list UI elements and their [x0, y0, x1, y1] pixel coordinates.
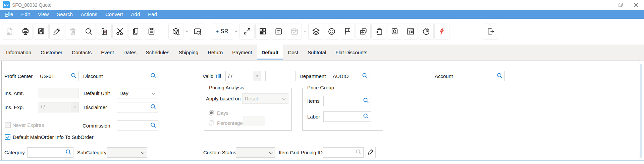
tab-payment[interactable]: Payment: [227, 45, 257, 60]
profit-center-field[interactable]: [38, 71, 79, 81]
menu-pad[interactable]: Pad: [144, 10, 161, 19]
valid-till-calendar-dropdown[interactable]: [253, 71, 261, 81]
discount-label: Discount: [83, 71, 103, 81]
default-unit-chevron-icon: [152, 90, 156, 96]
copy-zero-button[interactable]: 0: [97, 23, 112, 40]
tab-return[interactable]: Return: [203, 45, 227, 60]
commission-field[interactable]: [117, 120, 158, 131]
smiley-button[interactable]: [324, 23, 339, 40]
commission-search-icon[interactable]: [150, 122, 156, 130]
print-button[interactable]: [18, 23, 33, 40]
tab-flat-discounts[interactable]: Flat Discounts: [331, 45, 372, 60]
layout-grid-button[interactable]: [255, 23, 270, 40]
tab-shipping[interactable]: Shipping: [174, 45, 203, 60]
flag-button[interactable]: [340, 23, 355, 40]
price-history-button[interactable]: $: [419, 23, 434, 40]
pencil-icon: [367, 149, 374, 157]
tab-default[interactable]: Default: [257, 45, 283, 60]
sales-window-button[interactable]: $: [403, 23, 418, 40]
transfer-button[interactable]: [356, 23, 371, 40]
menu-view[interactable]: View: [34, 10, 53, 19]
tab-information[interactable]: Information: [1, 45, 36, 60]
tab-contacts[interactable]: Contacts: [67, 45, 96, 60]
window-search-button[interactable]: [190, 23, 205, 40]
horizontal-scrollbar[interactable]: [0, 160, 644, 161]
vertical-scrollbar[interactable]: [640, 64, 642, 158]
subcategory-chevron-icon: [141, 150, 145, 156]
menu-add[interactable]: Add: [127, 10, 144, 19]
expand-arrows-icon: [243, 27, 251, 35]
tab-subtotal[interactable]: Subtotal: [303, 45, 331, 60]
paste-button[interactable]: [144, 23, 159, 40]
labor-search-icon[interactable]: [363, 113, 369, 120]
tab-strip: Information Customer Contacts Event Date…: [0, 45, 644, 61]
menu-edit[interactable]: Edit: [17, 10, 34, 19]
ship-package-button[interactable]: [371, 23, 386, 40]
valid-till-time-field[interactable]: [265, 71, 296, 81]
menu-convert[interactable]: Convert: [101, 10, 127, 19]
tab-schedules[interactable]: Schedules: [141, 45, 174, 60]
add-sr-dropdown[interactable]: [234, 23, 239, 40]
notes-button[interactable]: [271, 23, 286, 40]
tab-cost[interactable]: Cost: [283, 45, 303, 60]
copy-button[interactable]: [128, 23, 143, 40]
save-icon: [37, 27, 45, 35]
expand-button[interactable]: [239, 23, 255, 40]
r2-app-icon: R2: [3, 1, 10, 8]
custom-status-label: Custom Status: [203, 147, 236, 158]
account-search-icon[interactable]: [497, 73, 503, 80]
item-search-button[interactable]: [168, 23, 183, 40]
minimize-button[interactable]: [597, 0, 613, 10]
menu-search[interactable]: Search: [53, 10, 77, 19]
department-field[interactable]: [331, 71, 370, 81]
item-grid-search-icon: [356, 149, 362, 156]
item-search-dropdown[interactable]: [184, 23, 189, 40]
item-grid-pricing-id-field[interactable]: [323, 147, 364, 158]
menu-file[interactable]: File: [1, 10, 17, 19]
account-field[interactable]: [459, 71, 505, 81]
close-button[interactable]: [628, 0, 644, 10]
default-unit-select[interactable]: Day: [117, 88, 158, 98]
exit-button[interactable]: [483, 23, 498, 40]
restore-button[interactable]: [613, 0, 628, 10]
disclaimer-search-icon[interactable]: [150, 104, 156, 111]
items-field[interactable]: [323, 96, 371, 106]
disclaimer-field[interactable]: [117, 102, 158, 112]
layers-button[interactable]: [308, 23, 323, 40]
valid-till-date-field[interactable]: / /: [225, 71, 261, 81]
window-title: SFO_00032 Quote: [12, 2, 52, 8]
edit-button[interactable]: [49, 23, 64, 40]
tab-dates[interactable]: Dates: [119, 45, 141, 60]
tab-customer[interactable]: Customer: [36, 45, 67, 60]
disclaimer-label: Disclaimer: [84, 102, 107, 112]
lightning-button[interactable]: [434, 23, 449, 40]
cut-button[interactable]: [112, 23, 127, 40]
default-mainorder-label: Default MainOrder Info To SubOrder: [13, 132, 94, 142]
never-expires-label: Never Expires: [12, 120, 44, 130]
add-sr-button[interactable]: + SR: [211, 23, 233, 40]
discount-search-icon[interactable]: [150, 73, 156, 80]
pricing-analysis-legend: Pricing Analysis: [207, 85, 246, 90]
category-field[interactable]: [27, 147, 73, 158]
item-grid-edit-button[interactable]: [366, 147, 376, 158]
default-mainorder-checkbox[interactable]: [5, 134, 10, 140]
ins-amt-field: [38, 88, 79, 98]
menu-actions[interactable]: Actions: [77, 10, 101, 19]
items-search-icon[interactable]: [363, 97, 369, 105]
discount-field[interactable]: [117, 71, 158, 81]
department-search-icon[interactable]: [362, 73, 368, 80]
subcategory-select[interactable]: [107, 147, 147, 158]
tab-event[interactable]: Event: [96, 45, 118, 60]
custom-status-select[interactable]: [236, 147, 275, 158]
letter-o-button[interactable]: [387, 23, 402, 40]
percentage-radio-label: Percentage: [217, 118, 243, 128]
category-search-icon[interactable]: [65, 149, 71, 156]
never-expires-checkbox: [5, 122, 11, 128]
print-icon: [21, 27, 30, 36]
search-button[interactable]: [81, 23, 96, 40]
lightning-icon: [438, 27, 446, 35]
transfer-icon: [359, 27, 368, 36]
profit-center-search-icon[interactable]: [71, 73, 77, 80]
save-button[interactable]: [34, 23, 49, 40]
labor-field[interactable]: [323, 111, 371, 122]
